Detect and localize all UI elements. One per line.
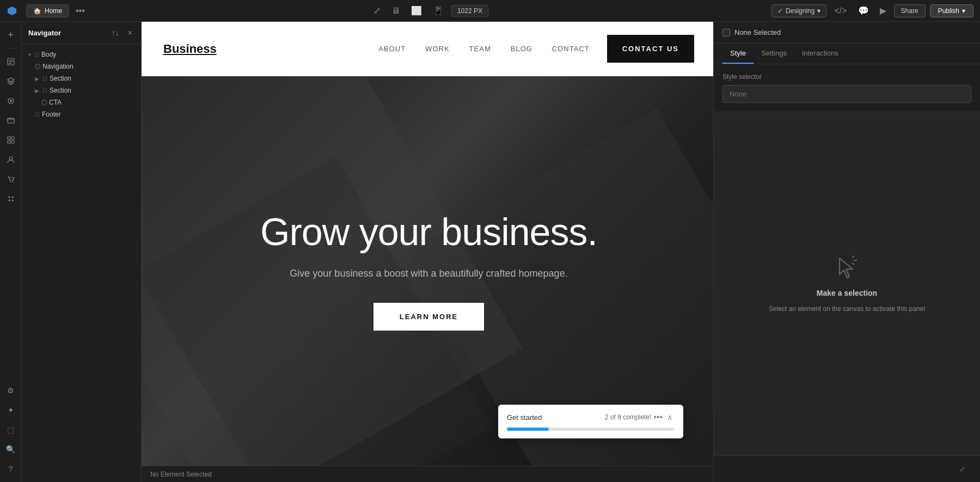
hero-cta-button[interactable]: LEARN MORE bbox=[373, 303, 484, 331]
layers-button[interactable] bbox=[2, 72, 20, 90]
webflow-logo bbox=[7, 5, 17, 16]
tab-interactions[interactable]: Interactions bbox=[794, 44, 846, 64]
nav-tree-item-cta[interactable]: ⬡ CTA bbox=[22, 96, 141, 108]
desktop-view-button[interactable]: 🖥 bbox=[388, 4, 403, 18]
svg-rect-9 bbox=[8, 141, 10, 143]
none-selected-checkbox bbox=[722, 29, 730, 36]
publish-button[interactable]: Publish ▾ bbox=[930, 4, 973, 17]
components-button[interactable] bbox=[2, 92, 20, 109]
section2-checkbox-icon: ☐ bbox=[42, 88, 47, 94]
navigator-close-button[interactable]: × bbox=[126, 27, 134, 38]
make-selection-desc: Select an element on the canvas to activ… bbox=[769, 304, 925, 314]
website-preview[interactable]: Business ABOUT WORK TEAM BLOG CONTACT CO… bbox=[142, 22, 713, 466]
site-nav-about[interactable]: ABOUT bbox=[378, 45, 406, 53]
style-selector-input[interactable] bbox=[722, 85, 971, 103]
site-nav-blog[interactable]: BLOG bbox=[511, 45, 532, 53]
site-settings-button[interactable]: ⚙ bbox=[2, 382, 20, 399]
assets-button[interactable] bbox=[2, 112, 20, 129]
toast-close-button[interactable]: ∧ bbox=[665, 413, 675, 422]
svg-rect-8 bbox=[11, 137, 14, 139]
toast-progress-text: 2 of 8 complete! bbox=[605, 413, 651, 421]
toast-header: Get started 2 of 8 complete! ••• ∧ bbox=[507, 412, 675, 422]
make-selection-title: Make a selection bbox=[817, 289, 877, 297]
main-layout: + ⚙ ✦ ⬚ 🔍 ? bbox=[0, 22, 980, 482]
site-nav-work[interactable]: WORK bbox=[425, 45, 449, 53]
toast-progress-fill bbox=[507, 428, 549, 431]
navigator-up-button[interactable]: ↑↓ bbox=[109, 27, 121, 38]
cursor-icon bbox=[833, 254, 861, 282]
svg-rect-1 bbox=[9, 60, 13, 60]
nav-tree-item-footer[interactable]: ☐ Footer bbox=[22, 108, 141, 120]
nav-tree-item-section2[interactable]: ▶ ☐ Section bbox=[22, 84, 141, 96]
designing-checkmark-icon: ✓ bbox=[777, 7, 783, 15]
pages-button[interactable] bbox=[2, 53, 20, 70]
toast-progress-bar bbox=[507, 428, 675, 431]
toast-title: Get started bbox=[507, 413, 601, 422]
nav-tree: ▾ ☐ Body ⬡ Navigation ▶ ☐ Section ▶ ☐ Se… bbox=[22, 44, 141, 482]
site-logo: Business bbox=[163, 42, 217, 56]
site-nav-team[interactable]: TEAM bbox=[469, 45, 491, 53]
hero-subtitle: Give your business a boost with a beauti… bbox=[260, 266, 597, 281]
site-cta-button[interactable]: CONTACT US bbox=[607, 35, 694, 63]
cms-button[interactable] bbox=[2, 131, 20, 149]
users-button[interactable] bbox=[2, 151, 20, 168]
nav-tree-item-navigation[interactable]: ⬡ Navigation bbox=[22, 60, 141, 72]
site-nav-contact[interactable]: CONTACT bbox=[552, 45, 590, 53]
status-bar: No Element Selected bbox=[142, 466, 713, 482]
svg-line-19 bbox=[852, 256, 854, 258]
mobile-view-button[interactable]: 📱 bbox=[430, 3, 447, 18]
svg-point-15 bbox=[11, 197, 13, 198]
svg-rect-10 bbox=[11, 141, 14, 143]
svg-rect-3 bbox=[9, 63, 11, 64]
hero-title: Grow your business. bbox=[260, 211, 597, 253]
highlight-button[interactable]: ⬚ bbox=[2, 421, 20, 438]
navigation-component-icon: ⬡ bbox=[35, 63, 40, 70]
designing-mode-button[interactable]: ✓ Designing ▾ bbox=[771, 4, 826, 17]
style-selector-section: Style selector bbox=[714, 64, 980, 112]
apps-button[interactable] bbox=[2, 190, 20, 208]
tab-settings[interactable]: Settings bbox=[754, 44, 794, 64]
section1-checkbox-icon: ☐ bbox=[42, 76, 47, 82]
cta-component-icon: ⬡ bbox=[41, 99, 47, 106]
topbar: 🏠 Home ••• ⤢ 🖥 ⬜ 📱 1022 PX ✓ Designing ▾… bbox=[0, 0, 980, 22]
svg-rect-2 bbox=[9, 62, 13, 62]
right-panel-bottom: ⤢ bbox=[714, 455, 980, 482]
viewport-size-label: 1022 PX bbox=[451, 5, 488, 17]
icon-bar: + ⚙ ✦ ⬚ 🔍 ? bbox=[0, 22, 22, 482]
topbar-center: ⤢ 🖥 ⬜ 📱 1022 PX bbox=[91, 3, 767, 18]
preview-button[interactable]: ▶ bbox=[877, 3, 890, 18]
section1-expand-icon: ▶ bbox=[35, 76, 39, 82]
hero-content: Grow your business. Give your business a… bbox=[228, 211, 630, 331]
topbar-right: ✓ Designing ▾ </> 💬 ▶ Share Publish ▾ bbox=[771, 3, 973, 18]
navigator-panel: Navigator ↑↓ × ▾ ☐ Body ⬡ Navigation ▶ ☐… bbox=[22, 22, 142, 482]
navigator-header: Navigator ↑↓ × bbox=[22, 22, 141, 44]
tablet-view-button[interactable]: ⬜ bbox=[408, 3, 425, 18]
expand-view-button[interactable]: ⤢ bbox=[370, 3, 384, 18]
ecommerce-button[interactable] bbox=[2, 170, 20, 188]
navigator-title: Navigator bbox=[28, 29, 105, 37]
nav-tree-item-section1[interactable]: ▶ ☐ Section bbox=[22, 72, 141, 84]
right-panel-expand-button[interactable]: ⤢ bbox=[954, 460, 971, 478]
designing-chevron-icon: ▾ bbox=[817, 7, 820, 15]
help-button[interactable]: ? bbox=[2, 460, 20, 478]
nav-tree-item-body[interactable]: ▾ ☐ Body bbox=[22, 48, 141, 60]
none-selected-label: None Selected bbox=[734, 28, 781, 36]
add-element-button[interactable]: + bbox=[2, 26, 20, 44]
body-checkbox-icon: ☐ bbox=[34, 52, 39, 58]
svg-point-17 bbox=[11, 200, 13, 202]
comments-button[interactable]: 💬 bbox=[855, 3, 872, 18]
code-editor-button[interactable]: </> bbox=[831, 4, 850, 18]
canvas-frame[interactable]: Business ABOUT WORK TEAM BLOG CONTACT CO… bbox=[142, 22, 713, 466]
search-button[interactable]: 🔍 bbox=[2, 441, 20, 458]
home-icon: 🏠 bbox=[33, 7, 41, 15]
toast-more-button[interactable]: ••• bbox=[651, 412, 665, 422]
site-navigation[interactable]: Business ABOUT WORK TEAM BLOG CONTACT CO… bbox=[142, 22, 713, 76]
right-panel-empty-state: Make a selection Select an element on th… bbox=[714, 112, 980, 455]
svg-point-12 bbox=[10, 181, 11, 182]
share-button[interactable]: Share bbox=[894, 4, 926, 17]
svg-rect-7 bbox=[8, 137, 10, 139]
magic-button[interactable]: ✦ bbox=[2, 401, 20, 419]
tab-style[interactable]: Style bbox=[722, 44, 754, 64]
more-tabs-button[interactable]: ••• bbox=[74, 6, 87, 16]
home-tab[interactable]: 🏠 Home bbox=[26, 4, 69, 17]
